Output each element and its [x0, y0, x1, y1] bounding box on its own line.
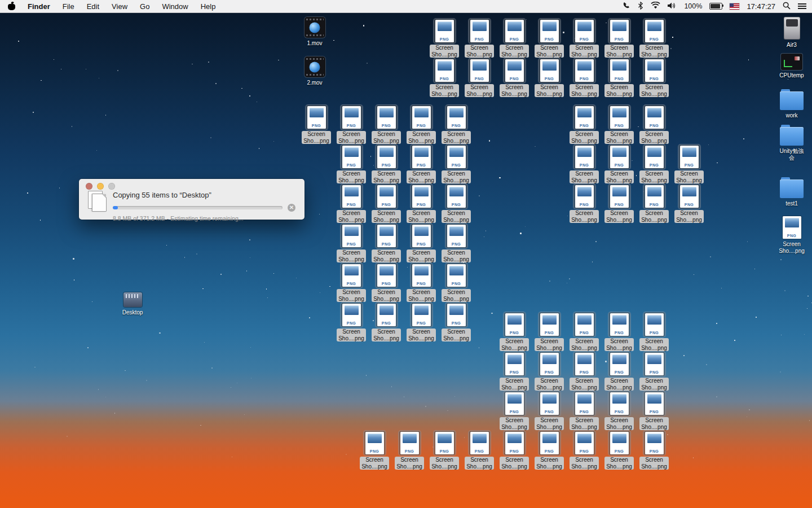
file-screenshot-png-31[interactable]: PNGScreen Sho....png	[369, 184, 404, 223]
file-screenshot-png-55[interactable]: PNGScreen Sho....png	[497, 352, 532, 391]
menu-item-go[interactable]: Go	[140, 2, 149, 11]
menu-item-help[interactable]: Help	[201, 2, 216, 11]
file-screenshot-png-43[interactable]: PNGScreen Sho....png	[369, 263, 404, 302]
desktop-item-screen-sho....png[interactable]: PNGScreen Sho....png	[774, 215, 809, 254]
file-screenshot-png-25[interactable]: PNGScreen Sho....png	[439, 144, 474, 183]
wifi-icon[interactable]	[651, 2, 660, 11]
file-screenshot-png-67[interactable]: PNGScreen Sho....png	[427, 431, 462, 470]
file-screenshot-png-70[interactable]: PNGScreen Sho....png	[532, 431, 567, 470]
file-screenshot-png-64[interactable]: PNGScreen Sho....png	[637, 391, 672, 430]
file-screenshot-png-11[interactable]: PNGScreen Sho....png	[567, 58, 602, 97]
file-screenshot-png-30[interactable]: PNGScreen Sho....png	[334, 184, 369, 223]
file-screenshot-png-17[interactable]: PNGScreen Sho....png	[404, 105, 439, 144]
file-2.mov[interactable]: 2.mov	[297, 55, 332, 86]
file-screenshot-png-10[interactable]: PNGScreen Sho....png	[532, 58, 567, 97]
window-minimize-button[interactable]	[97, 183, 104, 190]
copy-progress-window[interactable]: Copying 55 items to “Desktop” ✕ 8.8 MB o…	[79, 179, 304, 220]
file-screenshot-png-40[interactable]: PNGScreen Sho....png	[404, 224, 439, 262]
desktop-item-test1[interactable]: test1	[774, 176, 809, 207]
file-screenshot-png-32[interactable]: PNGScreen Sho....png	[404, 184, 439, 223]
window-close-button[interactable]	[86, 183, 92, 190]
file-screenshot-png-52[interactable]: PNGScreen Sho....png	[567, 312, 602, 351]
folder-desktop[interactable]: Desktop	[115, 291, 150, 316]
battery-icon[interactable]	[709, 3, 722, 10]
file-screenshot-png-4[interactable]: PNGScreen Sho....png	[567, 19, 602, 58]
file-screenshot-png-42[interactable]: PNGScreen Sho....png	[334, 263, 369, 302]
phone-icon[interactable]	[623, 2, 630, 11]
spotlight-icon[interactable]	[783, 2, 791, 11]
file-screenshot-png-3[interactable]: PNGScreen Sho....png	[532, 19, 567, 58]
file-screenshot-png-47[interactable]: PNGScreen Sho....png	[369, 303, 404, 341]
file-screenshot-png-37[interactable]: PNGScreen Sho....png	[672, 184, 707, 223]
file-screenshot-png-1[interactable]: PNGScreen Sho....png	[462, 19, 497, 58]
file-screenshot-png-18[interactable]: PNGScreen Sho....png	[439, 105, 474, 144]
bluetooth-icon[interactable]	[638, 2, 643, 11]
file-screenshot-png-49[interactable]: PNGScreen Sho....png	[439, 303, 474, 341]
desktop-item-work[interactable]: work	[774, 87, 809, 119]
file-screenshot-png-61[interactable]: PNGScreen Sho....png	[532, 391, 567, 430]
file-screenshot-png-6[interactable]: PNGScreen Sho....png	[637, 19, 672, 58]
menu-item-edit[interactable]: Edit	[87, 2, 99, 11]
file-screenshot-png-69[interactable]: PNGScreen Sho....png	[497, 431, 532, 470]
file-screenshot-png-8[interactable]: PNGScreen Sho....png	[462, 58, 497, 97]
file-screenshot-png-58[interactable]: PNGScreen Sho....png	[602, 352, 637, 391]
file-screenshot-png-5[interactable]: PNGScreen Sho....png	[602, 19, 637, 58]
volume-icon[interactable]	[668, 2, 677, 11]
file-screenshot-png-15[interactable]: PNGScreen Sho....png	[334, 105, 369, 144]
menu-item-file[interactable]: File	[63, 2, 74, 11]
file-screenshot-png-63[interactable]: PNGScreen Sho....png	[602, 391, 637, 430]
file-screenshot-png-12[interactable]: PNGScreen Sho....png	[602, 58, 637, 97]
file-screenshot-png-34[interactable]: PNGScreen Sho....png	[567, 184, 602, 223]
file-screenshot-png-38[interactable]: PNGScreen Sho....png	[334, 224, 369, 262]
file-screenshot-png-57[interactable]: PNGScreen Sho....png	[567, 352, 602, 391]
file-screenshot-png-35[interactable]: PNGScreen Sho....png	[602, 184, 637, 223]
file-screenshot-png-51[interactable]: PNGScreen Sho....png	[532, 312, 567, 351]
file-screenshot-png-33[interactable]: PNGScreen Sho....png	[439, 184, 474, 223]
file-screenshot-png-26[interactable]: PNGScreen Sho....png	[567, 144, 602, 183]
file-screenshot-png-56[interactable]: PNGScreen Sho....png	[532, 352, 567, 391]
file-screenshot-png-29[interactable]: PNGScreen Sho....png	[672, 144, 707, 183]
file-screenshot-png-54[interactable]: PNGScreen Sho....png	[637, 312, 672, 351]
file-screenshot-png-14[interactable]: PNGScreen Sho....png	[299, 105, 334, 144]
file-screenshot-png-60[interactable]: PNGScreen Sho....png	[497, 391, 532, 430]
file-screenshot-png-19[interactable]: PNGScreen Sho....png	[567, 105, 602, 144]
clock-label[interactable]: 17:47:27	[747, 2, 775, 11]
file-screenshot-png-24[interactable]: PNGScreen Sho....png	[404, 144, 439, 183]
file-screenshot-png-71[interactable]: PNGScreen Sho....png	[567, 431, 602, 470]
file-screenshot-png-59[interactable]: PNGScreen Sho....png	[637, 352, 672, 391]
file-screenshot-png-72[interactable]: PNGScreen Sho....png	[602, 431, 637, 470]
file-screenshot-png-73[interactable]: PNGScreen Sho....png	[637, 431, 672, 470]
file-screenshot-png-23[interactable]: PNGScreen Sho....png	[369, 144, 404, 183]
file-screenshot-png-16[interactable]: PNGScreen Sho....png	[369, 105, 404, 144]
file-screenshot-png-41[interactable]: PNGScreen Sho....png	[439, 224, 474, 262]
menu-item-view[interactable]: View	[112, 2, 127, 11]
file-screenshot-png-53[interactable]: PNGScreen Sho....png	[602, 312, 637, 351]
menu-item-window[interactable]: Window	[162, 2, 188, 11]
file-screenshot-png-0[interactable]: PNGScreen Sho....png	[427, 19, 462, 58]
desktop-item-air3[interactable]: Air3	[774, 16, 809, 49]
desktop-item-cputemp[interactable]: CPUtemp	[774, 52, 809, 79]
file-screenshot-png-2[interactable]: PNGScreen Sho....png	[497, 19, 532, 58]
file-screenshot-png-27[interactable]: PNGScreen Sho....png	[602, 144, 637, 183]
apple-menu-icon[interactable]	[8, 2, 15, 10]
input-source-flag-icon[interactable]	[730, 3, 739, 10]
file-screenshot-png-48[interactable]: PNGScreen Sho....png	[404, 303, 439, 341]
file-screenshot-png-45[interactable]: PNGScreen Sho....png	[439, 263, 474, 302]
desktop-item-unity勉強-会[interactable]: Unity勉強 会	[774, 123, 809, 161]
file-screenshot-png-65[interactable]: PNGScreen Sho....png	[357, 431, 392, 470]
app-menu-finder[interactable]: Finder	[28, 2, 50, 11]
file-screenshot-png-13[interactable]: PNGScreen Sho....png	[637, 58, 672, 97]
file-screenshot-png-62[interactable]: PNGScreen Sho....png	[567, 391, 602, 430]
file-screenshot-png-21[interactable]: PNGScreen Sho....png	[637, 105, 672, 144]
file-screenshot-png-68[interactable]: PNGScreen Sho....png	[462, 431, 497, 470]
file-screenshot-png-20[interactable]: PNGScreen Sho....png	[602, 105, 637, 144]
file-screenshot-png-7[interactable]: PNGScreen Sho....png	[427, 58, 462, 97]
file-screenshot-png-22[interactable]: PNGScreen Sho....png	[334, 144, 369, 183]
file-screenshot-png-36[interactable]: PNGScreen Sho....png	[637, 184, 672, 223]
file-screenshot-png-9[interactable]: PNGScreen Sho....png	[497, 58, 532, 97]
notification-center-icon[interactable]	[798, 3, 806, 9]
file-screenshot-png-66[interactable]: PNGScreen Sho....png	[392, 431, 427, 470]
cancel-copy-button[interactable]: ✕	[288, 204, 295, 212]
file-1.mov[interactable]: 1.mov	[297, 16, 332, 47]
file-screenshot-png-50[interactable]: PNGScreen Sho....png	[497, 312, 532, 351]
